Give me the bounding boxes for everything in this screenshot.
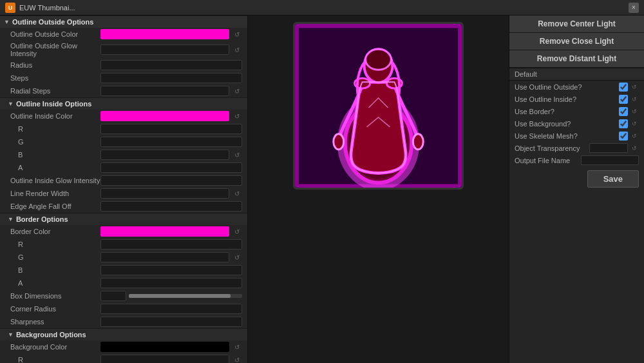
corner-radius-row: Corner Radius 0.12 <box>0 302 247 315</box>
corner-radius-label: Corner Radius <box>10 305 100 313</box>
section-arrow: ▼ <box>4 19 10 25</box>
section-label: Outline Outside Options <box>12 18 94 26</box>
border-r-input[interactable]: 1.0 <box>100 239 242 250</box>
center-panel <box>248 15 509 363</box>
object-transparency-input[interactable]: 0.0 <box>589 143 628 153</box>
use-skeletal-reset[interactable]: ↺ <box>630 132 639 141</box>
window-title: EUW Thumbnai... <box>19 4 629 12</box>
radial-steps-row: Radial Steps 16.0 ↺ <box>0 84 247 97</box>
edge-angle-label: Edge Angle Fall Off <box>10 202 100 210</box>
bg-color-row: Background Color ↺ <box>0 340 247 353</box>
use-background-reset[interactable]: ↺ <box>630 119 639 128</box>
inside-a-input[interactable]: 1.0 <box>100 162 242 173</box>
use-outline-inside-reset[interactable]: ↺ <box>630 95 639 104</box>
use-border-checkbox[interactable] <box>619 107 628 116</box>
remove-distant-light-button[interactable]: Remove Distant Light <box>509 50 644 68</box>
border-b-label: B <box>10 266 100 274</box>
sharpness-label: Sharpness <box>10 318 100 326</box>
outline-inside-section[interactable]: ▼ Outline Inside Options <box>0 97 247 110</box>
box-dim-input[interactable]: 0.9 <box>100 291 126 301</box>
line-render-row: Line Render Width 4.0 ↺ <box>0 187 247 200</box>
bg-color-swatch[interactable] <box>100 342 229 352</box>
glow-intensity-reset[interactable]: ↺ <box>232 44 242 55</box>
radial-steps-input[interactable]: 16.0 <box>100 86 229 96</box>
line-render-input[interactable]: 4.0 <box>100 188 229 199</box>
output-file-input[interactable]: Texture <box>581 155 639 165</box>
use-outline-inside-checkbox[interactable] <box>619 95 628 104</box>
use-outline-outside-label: Use Outline Outside? <box>515 83 619 91</box>
border-r-label: R <box>10 240 100 248</box>
sharpness-input[interactable]: 2.0 <box>100 317 242 327</box>
remove-close-light-button[interactable]: Remove Close Light <box>509 33 644 50</box>
svg-point-13 <box>366 49 392 70</box>
outline-outside-section[interactable]: ▼ Outline Outside Options <box>0 15 247 28</box>
box-dim-label: Box Dimensions <box>10 292 100 300</box>
use-background-label: Use Background? <box>515 120 619 128</box>
outline-inside-color-swatch[interactable] <box>100 111 229 121</box>
glow-intensity-label: Outline Outside Glow Intensity <box>10 42 100 57</box>
outline-inside-color-reset[interactable]: ↺ <box>232 111 242 121</box>
use-background-checkbox[interactable] <box>619 119 628 128</box>
bg-color-reset[interactable]: ↺ <box>232 342 242 352</box>
bg-label: Background Options <box>16 331 86 338</box>
border-color-swatch[interactable] <box>100 226 229 237</box>
outline-outside-color-swatch[interactable] <box>100 29 229 39</box>
use-outline-outside-checkbox[interactable] <box>619 83 628 92</box>
edge-angle-input[interactable]: -100.0 <box>100 201 242 211</box>
steps-input[interactable]: 5.0 <box>100 73 242 83</box>
border-g-reset[interactable]: ↺ <box>232 252 242 262</box>
radius-input[interactable]: 50.0 <box>100 60 242 70</box>
border-color-label: Border Color <box>10 228 100 235</box>
object-transparency-row: Object Transparency 0.0 ↺ <box>509 142 644 154</box>
border-a-input[interactable]: 1.0 <box>100 278 242 288</box>
border-g-row: G 0.0 ↺ <box>0 251 247 264</box>
save-button[interactable]: Save <box>587 170 639 188</box>
glow-intensity-input[interactable]: 5.0 <box>100 44 229 55</box>
inside-b-reset[interactable]: ↺ <box>232 150 242 160</box>
border-label: Border Options <box>16 215 68 223</box>
inside-r-label: R <box>10 125 100 133</box>
outline-inside-color-row: Outline Inside Color ↺ <box>0 110 247 123</box>
inside-glow-input[interactable]: 1.0 <box>100 175 242 186</box>
border-a-label: A <box>10 279 100 287</box>
box-dim-row: Box Dimensions 0.9 <box>0 289 247 302</box>
use-border-reset[interactable]: ↺ <box>630 107 639 116</box>
inside-b-label: B <box>10 151 100 159</box>
use-outline-outside-reset[interactable]: ↺ <box>630 83 639 92</box>
bg-r-reset[interactable]: ↺ <box>232 355 242 363</box>
bg-arrow: ▼ <box>8 331 14 338</box>
inside-g-row: G 0.0 <box>0 135 247 148</box>
outline-inside-arrow: ▼ <box>8 101 14 107</box>
glow-intensity-row: Outline Outside Glow Intensity 5.0 ↺ <box>0 41 247 59</box>
border-b-input[interactable]: 1.0 <box>100 265 242 275</box>
title-bar: U EUW Thumbnai... × <box>0 0 644 15</box>
radial-steps-reset[interactable]: ↺ <box>232 86 242 96</box>
outline-outside-color-label: Outline Outside Color <box>10 30 100 38</box>
remove-center-light-button[interactable]: Remove Center Light <box>509 15 644 33</box>
line-render-reset[interactable]: ↺ <box>232 188 242 199</box>
preview-figure <box>295 24 462 188</box>
border-section[interactable]: ▼ Border Options <box>0 213 247 225</box>
bg-r-input[interactable]: 0.0 <box>100 355 229 363</box>
outline-outside-color-reset[interactable]: ↺ <box>232 29 242 39</box>
inside-g-input[interactable]: 0.0 <box>100 137 242 147</box>
inside-g-label: G <box>10 138 100 146</box>
use-skeletal-checkbox[interactable] <box>619 132 628 141</box>
use-outline-inside-label: Use Outline Inside? <box>515 95 619 103</box>
inside-b-row: B 1.0 ↺ <box>0 148 247 161</box>
corner-radius-input[interactable]: 0.12 <box>100 304 242 314</box>
save-area: Save <box>509 166 644 191</box>
inside-r-input[interactable]: 1.0 <box>100 124 242 134</box>
object-transparency-reset[interactable]: ↺ <box>630 144 639 153</box>
inside-b-input[interactable]: 1.0 <box>100 150 229 160</box>
steps-label: Steps <box>10 74 100 82</box>
border-g-input[interactable]: 0.0 <box>100 252 229 262</box>
background-section[interactable]: ▼ Background Options <box>0 328 247 340</box>
close-window-button[interactable]: × <box>629 3 639 13</box>
app-icon: U <box>5 3 15 13</box>
bg-r-label: R <box>10 356 100 363</box>
main-content: ▼ Outline Outside Options Outline Outsid… <box>0 15 644 363</box>
radius-row: Radius 50.0 <box>0 59 247 72</box>
sharpness-row: Sharpness 2.0 <box>0 315 247 328</box>
border-color-reset[interactable]: ↺ <box>232 226 242 237</box>
